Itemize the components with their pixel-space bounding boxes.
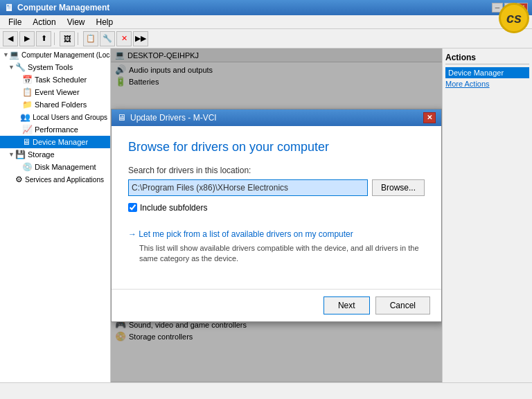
tree-item-event-viewer[interactable]: 📋 Event Viewer: [0, 86, 110, 98]
tree-label-disk-management: Disk Management: [35, 163, 96, 171]
include-subfolders-label: Include subfolders: [140, 203, 207, 213]
tree-item-computer-management[interactable]: ▼ 💻 Computer Management (Local): [0, 48, 110, 61]
tree-label: Computer Management (Local): [21, 51, 111, 59]
expand-icon-2[interactable]: ▼: [8, 64, 15, 71]
tree-item-device-manager[interactable]: 🖥 Device Manager: [0, 136, 110, 148]
modal-overlay: 🖥 Update Drivers - M-VCI ✕ Browse for dr…: [111, 48, 442, 382]
tree-item-services[interactable]: ⚙ Services and Applications: [0, 173, 110, 186]
dialog-title-bar: 🖥 Update Drivers - M-VCI ✕: [112, 109, 441, 126]
path-row: Browse...: [128, 179, 425, 196]
dialog-close-button[interactable]: ✕: [423, 112, 436, 123]
expand-icon[interactable]: ▼: [3, 51, 9, 58]
title-bar: 🖥 Computer Management ─ □ ✕: [0, 0, 532, 15]
tree-item-disk-management[interactable]: 💿 Disk Management: [0, 161, 110, 173]
tree-label-task-scheduler: Task Scheduler: [35, 76, 87, 84]
right-panel: 💻 DESKTOP-QEIHPKJ 🔊 Audio inputs and out…: [111, 48, 442, 382]
menu-view[interactable]: View: [62, 16, 91, 28]
dialog-title-icon: 🖥: [117, 112, 126, 123]
actions-panel: Actions Device Manager More Actions: [442, 48, 532, 382]
tree-item-storage[interactable]: ▼ 💾 Storage: [0, 148, 110, 161]
tree-label-event-viewer: Event Viewer: [35, 88, 80, 96]
include-subfolders-checkbox[interactable]: [128, 203, 137, 212]
app-title: Computer Management: [17, 3, 109, 12]
menu-action[interactable]: Action: [27, 16, 61, 28]
performance-icon: 📈: [22, 125, 33, 134]
back-button[interactable]: ◀: [3, 31, 18, 46]
tree-label-services: Services and Applications: [25, 176, 104, 184]
expand-icon-stor[interactable]: ▼: [8, 151, 15, 158]
tree-item-performance[interactable]: 📈 Performance: [0, 123, 110, 136]
pick-list-link[interactable]: → Let me pick from a list of available d…: [128, 229, 425, 239]
toolbar: ◀ ▶ ⬆ 🖼 📋 🔧 ✕ ▶▶: [0, 29, 532, 48]
computer-icon: 💻: [9, 50, 19, 60]
menu-help[interactable]: Help: [91, 16, 119, 28]
status-bar: [0, 382, 532, 399]
pick-link-section: → Let me pick from a list of available d…: [128, 229, 425, 265]
tree-label-system-tools: System Tools: [28, 63, 73, 71]
calendar-icon: 📅: [22, 75, 33, 85]
tree-label-local-users: Local Users and Groups: [33, 114, 107, 121]
include-subfolders-row: Include subfolders: [128, 203, 425, 213]
tree-label-device-manager: Device Manager: [33, 138, 88, 146]
action-more-actions[interactable]: More Actions: [445, 78, 529, 89]
logo-text: cs: [506, 10, 522, 26]
folder-icon: 📁: [22, 100, 33, 109]
tree-item-local-users[interactable]: 👥 Local Users and Groups: [0, 111, 110, 123]
left-panel: ▼ 💻 Computer Management (Local) ▼ 🔧 Syst…: [0, 48, 111, 382]
event-icon: 📋: [22, 87, 33, 97]
delete-button[interactable]: ✕: [116, 31, 132, 46]
dialog-footer: Next Cancel: [112, 289, 441, 321]
toolbar-separator-2: [78, 33, 80, 45]
pick-link-text: → Let me pick from a list of available d…: [128, 229, 353, 239]
dialog-title: Update Drivers - M-VCI: [130, 113, 217, 123]
device-manager-icon: 🖥: [22, 137, 30, 147]
action-device-manager[interactable]: Device Manager: [445, 67, 529, 78]
dialog-path-label: Search for drivers in this location:: [128, 166, 425, 175]
tree-item-task-scheduler[interactable]: 📅 Task Scheduler: [0, 73, 110, 86]
tools-icon: 🔧: [15, 62, 26, 72]
tree-label-storage: Storage: [28, 150, 55, 159]
tree-item-system-tools[interactable]: ▼ 🔧 System Tools: [0, 61, 110, 73]
storage-icon: 💾: [15, 150, 26, 159]
next-button[interactable]: Next: [323, 296, 370, 314]
menu-bar: File Action View Help: [0, 15, 532, 29]
tree-item-shared-folders[interactable]: 📁 Shared Folders: [0, 98, 110, 111]
users-icon: 👥: [20, 112, 30, 122]
path-input[interactable]: [128, 179, 368, 196]
properties-button[interactable]: 📋: [83, 31, 98, 46]
tree-label-performance: Performance: [35, 125, 78, 134]
main-layout: ▼ 💻 Computer Management (Local) ▼ 🔧 Syst…: [0, 48, 532, 382]
forward-button[interactable]: ▶: [19, 31, 35, 46]
pick-description: This list will show available drivers co…: [139, 243, 425, 265]
disk-icon: 💿: [22, 162, 33, 172]
dialog-heading: Browse for drivers on your computer: [128, 140, 425, 154]
logo-badge: cs: [499, 3, 529, 33]
tree-label-shared-folders: Shared Folders: [35, 100, 87, 109]
run-button[interactable]: ▶▶: [133, 31, 148, 46]
up-button[interactable]: ⬆: [36, 31, 51, 46]
actions-title: Actions: [445, 51, 529, 64]
toolbar-separator-1: [54, 33, 57, 45]
menu-file[interactable]: File: [3, 16, 27, 28]
refresh-button[interactable]: 🔧: [100, 31, 115, 46]
app-icon: 🖥: [4, 2, 14, 13]
update-drivers-dialog: 🖥 Update Drivers - M-VCI ✕ Browse for dr…: [111, 109, 442, 323]
show-hide-button[interactable]: 🖼: [60, 31, 75, 46]
cancel-button[interactable]: Cancel: [375, 296, 430, 314]
dialog-body: Browse for drivers on your computer Sear…: [112, 126, 441, 290]
services-icon: ⚙: [15, 175, 23, 184]
browse-button[interactable]: Browse...: [372, 179, 425, 196]
